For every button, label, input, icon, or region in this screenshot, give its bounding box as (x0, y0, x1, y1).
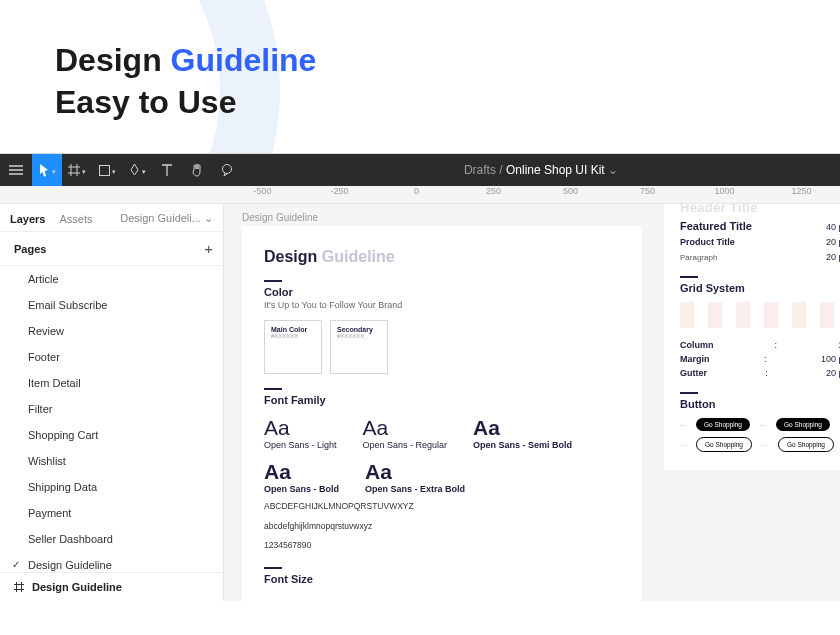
frame-icon (68, 164, 80, 176)
alpha-lower: abcdefghijklmnopqrstuvwxyz (264, 520, 620, 534)
guide-title: Design Guideline (264, 248, 620, 266)
rectangle-icon (99, 165, 110, 176)
section-color: Color (264, 286, 620, 298)
page-item[interactable]: Payment (0, 500, 223, 526)
breadcrumb-sep: / (499, 163, 502, 177)
section-grid: Grid System (680, 282, 840, 294)
ruler-tick: 1000 (686, 186, 763, 196)
ruler-tick: 750 (609, 186, 686, 196)
page-list: ArticleEmail SubscribeReviewFooterItem D… (0, 266, 223, 572)
grid-preview (680, 302, 840, 328)
ruler-tick: 250 (455, 186, 532, 196)
chevron-down-icon: ▾ (142, 168, 146, 176)
ruler-tick: 0 (378, 186, 455, 196)
alpha-upper: ABCDEFGHIJKLMNOPQRSTUVWXYZ (264, 500, 620, 514)
side-cut-title: Header Title (680, 204, 840, 215)
document-title[interactable]: Drafts / Online Shop UI Kit ⌄ (242, 163, 840, 177)
button-sample: Go Shopping (696, 418, 750, 431)
frame-row[interactable]: Design Guideline (0, 573, 223, 601)
comment-tool[interactable] (212, 154, 242, 186)
page-item[interactable]: Email Subscribe (0, 292, 223, 318)
ruler-tick: 500 (532, 186, 609, 196)
tab-assets[interactable]: Assets (59, 213, 92, 225)
dash-icon: — (680, 442, 686, 448)
hand-icon (191, 164, 203, 177)
design-app: ▾ ▾ ▾ ▾ Drafts / Online Shop UI Kit ⌄ (0, 153, 840, 601)
shape-tool[interactable]: ▾ (92, 154, 122, 186)
text-tool[interactable] (152, 154, 182, 186)
font-sample: AaOpen Sans - Bold (264, 460, 339, 494)
pages-title: Pages (14, 243, 46, 255)
page-item[interactable]: Shipping Data (0, 474, 223, 500)
frame-side-preview[interactable]: Header Title Featured Title40 pxProduct … (664, 204, 840, 470)
section-fontfamily: Font Family (264, 394, 620, 406)
page-item[interactable]: Wishlist (0, 448, 223, 474)
page-item[interactable]: Seller Dashboard (0, 526, 223, 552)
chevron-down-icon: ⌄ (204, 212, 213, 224)
hamburger-icon (9, 165, 23, 175)
font-sample: AaOpen Sans - Extra Bold (365, 460, 465, 494)
text-icon (162, 164, 172, 176)
section-fontsize: Font Size (264, 573, 620, 585)
typo-row: Paragraph20 px (680, 252, 840, 262)
dash-icon: — (760, 422, 766, 428)
frame-icon (14, 582, 24, 592)
frame-design-guideline[interactable]: Design Guideline Color It's Up to You to… (242, 226, 642, 601)
color-swatch: Secondary#XXXXXX (330, 320, 388, 374)
color-swatch: Main Color#XXXXXX (264, 320, 322, 374)
page-item[interactable]: Design Guideline (0, 552, 223, 572)
page-item[interactable]: Review (0, 318, 223, 344)
dash-icon: — (762, 442, 768, 448)
font-sample: AaOpen Sans - Regular (363, 416, 448, 450)
hero-word-guideline: Guideline (171, 42, 317, 78)
breadcrumb-project: Online Shop UI Kit (506, 163, 605, 177)
typo-row: Featured Title40 px (680, 220, 840, 232)
section-button: Button (680, 398, 840, 410)
frame-name: Design Guideline (32, 581, 122, 593)
frame-tool[interactable]: ▾ (62, 154, 92, 186)
grid-spec-row: Gutter:20 px (680, 368, 840, 378)
ruler-tick: 1250 (763, 186, 840, 196)
page-item[interactable]: Footer (0, 344, 223, 370)
ruler-tick: -500 (224, 186, 301, 196)
font-sample: AaOpen Sans - Light (264, 416, 337, 450)
pen-tool[interactable]: ▾ (122, 154, 152, 186)
page-dropdown[interactable]: Design Guideli... ⌄ (120, 212, 213, 225)
tab-layers[interactable]: Layers (10, 213, 45, 225)
page-item[interactable]: Item Detail (0, 370, 223, 396)
menu-button[interactable] (0, 154, 32, 186)
page-item[interactable]: Article (0, 266, 223, 292)
button-sample: Go Shopping (778, 437, 834, 452)
hero-heading: Design Guideline Easy to Use (55, 40, 785, 123)
chevron-down-icon: ▾ (52, 168, 56, 176)
dash-icon: — (680, 422, 686, 428)
chevron-down-icon: ▾ (112, 168, 116, 176)
left-panel: Layers Assets Design Guideli... ⌄ Pages … (0, 204, 224, 601)
toolbar: ▾ ▾ ▾ ▾ Drafts / Online Shop UI Kit ⌄ (0, 154, 840, 186)
frame-label[interactable]: Design Guideline (242, 212, 318, 223)
move-tool[interactable]: ▾ (32, 154, 62, 186)
button-sample: Go Shopping (776, 418, 830, 431)
comment-icon (221, 164, 233, 176)
pages-header[interactable]: Pages + (0, 231, 223, 266)
button-sample: Go Shopping (696, 437, 752, 452)
ruler-tick: -250 (301, 186, 378, 196)
typo-row: Product Title20 px (680, 237, 840, 247)
chevron-down-icon: ⌄ (608, 163, 618, 177)
breadcrumb-drafts: Drafts (464, 163, 496, 177)
hero-line-2: Easy to Use (55, 84, 236, 120)
svg-point-1 (223, 165, 232, 174)
section-color-sub: It's Up to You to Follow Your Brand (264, 300, 620, 310)
font-sample: AaOpen Sans - Semi Bold (473, 416, 572, 450)
hero-word-design: Design (55, 42, 162, 78)
canvas[interactable]: Design Guideline Design Guideline Color … (224, 204, 840, 601)
hero: Design Guideline Easy to Use (0, 0, 840, 143)
grid-spec-row: Column:12 (680, 340, 840, 350)
add-page-button[interactable]: + (204, 240, 213, 257)
page-item[interactable]: Filter (0, 396, 223, 422)
pen-icon (129, 164, 140, 177)
grid-spec-row: Margin:100 px (680, 354, 840, 364)
hand-tool[interactable] (182, 154, 212, 186)
digits: 1234567890 (264, 539, 620, 553)
page-item[interactable]: Shopping Cart (0, 422, 223, 448)
